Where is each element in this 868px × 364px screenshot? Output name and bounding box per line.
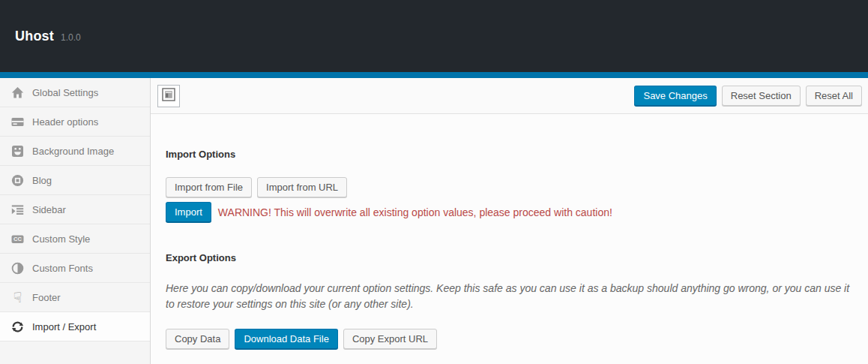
copy-export-url-button[interactable]: Copy Export URL: [343, 329, 437, 349]
sidebar-item-header-options[interactable]: Header options: [0, 107, 150, 137]
expand-options-icon: [162, 88, 175, 104]
sidebar: Global Settings Header options Backgroun…: [0, 78, 151, 364]
main-panel: Save Changes Reset Section Reset All Imp…: [151, 78, 868, 364]
sidebar-item-custom-fonts[interactable]: Custom Fonts: [0, 254, 150, 283]
export-description: Here you can copy/download your current …: [166, 281, 853, 312]
sidebar-item-label: Custom Fonts: [32, 263, 93, 274]
export-options-heading: Export Options: [166, 252, 853, 263]
contrast-icon: [10, 261, 25, 275]
sidebar-item-label: Header options: [32, 116, 98, 128]
reset-section-button[interactable]: Reset Section: [722, 86, 801, 106]
toolbar: Save Changes Reset Section Reset All: [151, 78, 868, 114]
sidebar-item-sidebar[interactable]: Sidebar: [0, 195, 150, 224]
record-circle-icon: [10, 173, 25, 188]
refresh-icon: [10, 320, 25, 334]
cc-badge-icon: CC: [10, 232, 25, 246]
app-version: 1.0.0: [61, 32, 81, 43]
import-from-url-button[interactable]: Import from URL: [257, 177, 347, 197]
svg-text:CC: CC: [13, 236, 22, 242]
sidebar-item-label: Global Settings: [32, 87, 98, 98]
sidebar-item-label: Footer: [32, 292, 61, 303]
download-data-file-button[interactable]: Download Data File: [235, 329, 337, 349]
import-warning-text: WARNING! This will overwrite all existin…: [218, 206, 612, 218]
import-source-row: Import from File Import from URL: [166, 177, 853, 197]
sidebar-item-import-export[interactable]: Import / Export: [0, 312, 150, 341]
toolbar-actions: Save Changes Reset Section Reset All: [634, 86, 862, 106]
sidebar-item-global-settings[interactable]: Global Settings: [0, 78, 150, 107]
sidebar-item-label: Import / Export: [32, 321, 96, 332]
import-action-row: Import WARNING! This will overwrite all …: [166, 202, 853, 222]
import-options-heading: Import Options: [166, 149, 853, 160]
home-icon: [10, 86, 25, 100]
export-actions-row: Copy Data Download Data File Copy Export…: [166, 329, 853, 349]
accent-divider: [0, 72, 868, 78]
sidebar-item-custom-style[interactable]: CC Custom Style: [0, 224, 150, 254]
sidebar-item-blog[interactable]: Blog: [0, 166, 150, 195]
import-from-file-button[interactable]: Import from File: [166, 177, 252, 197]
save-changes-button[interactable]: Save Changes: [634, 86, 716, 106]
sidebar-item-label: Background Image: [32, 146, 114, 157]
app-title: Uhost: [15, 29, 54, 44]
header-card-icon: [10, 115, 25, 129]
sidebar-item-footer[interactable]: ☟ Footer: [0, 283, 150, 312]
sidebar-item-background-image[interactable]: Background Image: [0, 137, 150, 166]
sidebar-item-label: Custom Style: [32, 233, 90, 245]
indent-list-icon: [10, 203, 25, 217]
copy-data-button[interactable]: Copy Data: [166, 329, 229, 349]
main-layout: Global Settings Header options Backgroun…: [0, 78, 868, 364]
smiley-image-icon: [10, 144, 25, 158]
expand-options-button[interactable]: [157, 85, 180, 107]
import-button[interactable]: Import: [166, 202, 211, 222]
hand-down-icon: ☟: [10, 290, 25, 305]
sidebar-item-label: Blog: [32, 175, 52, 186]
app-header: Uhost 1.0.0: [0, 0, 868, 72]
sidebar-item-label: Sidebar: [32, 204, 66, 215]
reset-all-button[interactable]: Reset All: [806, 86, 862, 106]
import-export-content: Import Options Import from File Import f…: [151, 114, 868, 349]
